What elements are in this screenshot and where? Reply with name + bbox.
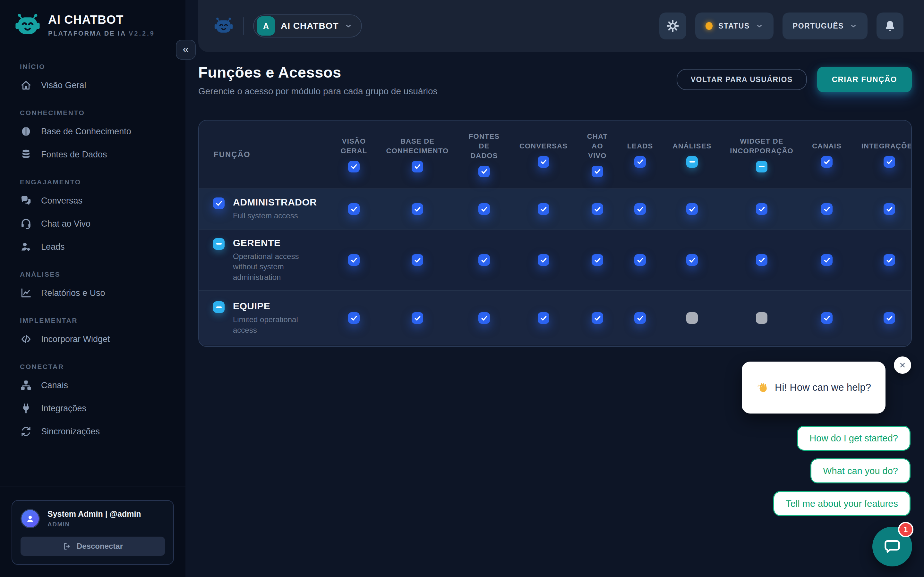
permission-checkbox-checked[interactable] — [213, 197, 225, 209]
permission-checkbox-checked[interactable] — [634, 203, 646, 215]
back-to-users-button[interactable]: VOLTAR PARA USUÁRIOS — [677, 69, 807, 90]
role-cell-inner: ADMINISTRADOR Full system access — [213, 197, 317, 221]
permission-checkbox-checked[interactable] — [348, 203, 360, 215]
language-dropdown[interactable]: PORTUGUÊS — [782, 13, 867, 39]
permission-checkbox-checked[interactable] — [538, 203, 549, 215]
sidebar-item-leads[interactable]: Leads — [13, 235, 173, 258]
permission-checkbox-unchecked[interactable] — [686, 312, 698, 324]
lead-person-icon — [20, 241, 32, 253]
chat-quick-reply[interactable]: What can you do? — [811, 458, 911, 484]
create-role-button[interactable]: CRIAR FUNÇÃO — [817, 67, 912, 92]
status-dropdown[interactable]: STATUS — [695, 13, 774, 39]
permission-checkbox-checked[interactable] — [538, 312, 549, 324]
logout-button[interactable]: Desconectar — [21, 537, 165, 556]
permission-checkbox-checked[interactable] — [591, 203, 603, 215]
permission-checkbox-checked[interactable] — [634, 254, 646, 266]
permission-checkbox-checked[interactable] — [348, 312, 360, 324]
permission-checkbox-checked[interactable] — [412, 312, 423, 324]
sidebar-item-fontes-de-dados[interactable]: Fontes de Dados — [13, 143, 173, 166]
sidebar-item-canais[interactable]: Canais — [13, 374, 173, 397]
sidebar-item-conversas[interactable]: Conversas — [13, 189, 173, 212]
indeterminate-dash-icon — [759, 166, 764, 167]
permission-checkbox-indeterminate[interactable] — [686, 156, 698, 168]
permission-checkbox-checked[interactable] — [756, 203, 767, 215]
permission-checkbox-checked[interactable] — [478, 166, 490, 177]
permission-checkbox-checked[interactable] — [821, 312, 833, 324]
sidebar-item-base-de-conhecimento[interactable]: Base de Conhecimento — [13, 120, 173, 143]
sidebar-item-sincronizações[interactable]: Sincronizações — [13, 420, 173, 443]
language-label: PORTUGUÊS — [793, 22, 844, 31]
permission-checkbox-checked[interactable] — [821, 156, 833, 168]
permission-checkbox-checked[interactable] — [591, 166, 603, 177]
permission-checkbox-checked[interactable] — [686, 203, 698, 215]
indeterminate-dash-icon — [690, 161, 695, 163]
permission-checkbox-indeterminate[interactable] — [213, 238, 225, 250]
sidebar-item-integrações[interactable]: Integrações — [13, 397, 173, 420]
bot-selector-dropdown[interactable]: A AI CHATBOT — [253, 15, 362, 37]
sidebar-item-incorporar-widget[interactable]: Incorporar Widget — [13, 327, 173, 351]
permission-checkbox-checked[interactable] — [634, 156, 646, 168]
permission-checkbox-checked[interactable] — [686, 254, 698, 266]
permission-checkbox-checked[interactable] — [538, 254, 549, 266]
sidebar-item-visão-geral[interactable]: Visão Geral — [13, 74, 173, 97]
permission-cell — [382, 203, 453, 215]
chat-close-button[interactable] — [894, 356, 911, 374]
permission-checkbox-indeterminate[interactable] — [213, 301, 225, 313]
permission-checkbox-checked[interactable] — [412, 254, 423, 266]
sidebar-collapse-button[interactable]: « — [176, 40, 196, 60]
module-column-label: ANÁLISES — [673, 141, 712, 151]
permission-checkbox-checked[interactable] — [412, 203, 423, 215]
chat-quick-reply[interactable]: How do I get started? — [797, 426, 911, 451]
sidebar-section-items: Conversas Chat ao Vivo Leads — [13, 189, 173, 258]
status-label: STATUS — [718, 22, 750, 31]
permission-checkbox-checked[interactable] — [478, 203, 490, 215]
permission-checkbox-checked[interactable] — [756, 254, 767, 266]
column-header-análises: ANÁLISES — [657, 121, 727, 189]
chevron-down-icon — [850, 22, 857, 30]
chevron-down-icon — [344, 22, 352, 30]
permission-checkbox-checked[interactable] — [591, 254, 603, 266]
permission-cell — [515, 203, 572, 215]
brain-icon — [20, 125, 32, 137]
permission-checkbox-checked[interactable] — [591, 312, 603, 324]
permission-cell — [382, 312, 453, 324]
column-header-leads: LEADS — [624, 121, 657, 189]
robot-logo-icon — [13, 11, 42, 39]
settings-button[interactable] — [659, 13, 686, 39]
permission-cell — [453, 312, 515, 324]
permission-checkbox-checked[interactable] — [478, 312, 490, 324]
module-column-label: CONVERSAS — [519, 141, 567, 151]
permission-checkbox-checked[interactable] — [821, 254, 833, 266]
notifications-button[interactable] — [877, 13, 903, 39]
permission-checkbox-checked[interactable] — [538, 156, 549, 168]
permission-cell — [657, 254, 727, 266]
permission-checkbox-checked[interactable] — [884, 312, 895, 324]
sidebar-item-chat-ao-vivo[interactable]: Chat ao Vivo — [13, 212, 173, 235]
permission-checkbox-checked[interactable] — [884, 156, 895, 168]
sidebar-section: CONHECIMENTO Base de Conhecimento Fontes… — [13, 109, 173, 166]
module-column-label: WIDGET DEINCORPORAÇÃO — [730, 137, 793, 155]
platform-label: PLATAFORMA DE IA — [48, 30, 126, 37]
role-description: Limited operational access — [233, 314, 301, 335]
sidebar-item-relatórios-e-uso[interactable]: Relatórios e Uso — [13, 282, 173, 305]
role-description: Full system access — [233, 211, 301, 221]
permission-checkbox-checked[interactable] — [634, 312, 646, 324]
permission-checkbox-checked[interactable] — [884, 254, 895, 266]
permission-checkbox-checked[interactable] — [821, 203, 833, 215]
page-header: Funções e Acessos Gerencie o acesso por … — [198, 63, 912, 97]
permission-checkbox-checked[interactable] — [884, 203, 895, 215]
module-column-label: FONTESDEDADOS — [469, 132, 499, 160]
sidebar-section: ANÁLISES Relatórios e Uso — [13, 271, 173, 305]
chat-quick-reply[interactable]: Tell me about your features — [773, 491, 911, 516]
sidebar-section: INÍCIO Visão Geral — [13, 63, 173, 97]
permission-checkbox-checked[interactable] — [348, 254, 360, 266]
sidebar-section: CONECTAR Canais Integrações Sincronizaçõ… — [13, 363, 173, 443]
permission-checkbox-indeterminate[interactable] — [756, 161, 767, 172]
permission-checkbox-checked[interactable] — [348, 161, 360, 172]
permission-checkbox-unchecked[interactable] — [756, 312, 767, 324]
close-icon — [899, 361, 906, 369]
permission-checkbox-checked[interactable] — [412, 161, 423, 172]
permission-checkbox-checked[interactable] — [478, 254, 490, 266]
indeterminate-dash-icon — [216, 243, 222, 245]
sidebar-section-label: IMPLEMENTAR — [20, 317, 173, 324]
